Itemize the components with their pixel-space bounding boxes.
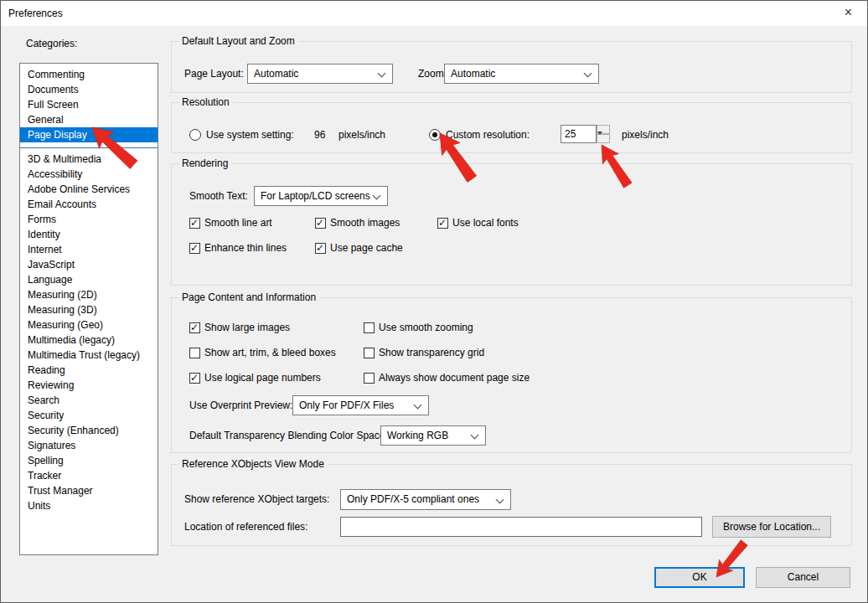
dialog-title: Preferences bbox=[8, 1, 63, 26]
checkbox-smooth-images[interactable]: Smooth images bbox=[315, 217, 437, 229]
use-system-setting-label: Use system setting: bbox=[206, 125, 294, 145]
checkbox-show-transparency-grid[interactable]: Show transparency grid bbox=[364, 347, 530, 358]
category-item-reading[interactable]: Reading bbox=[20, 363, 158, 378]
group-rendering: Rendering Smooth Text: For Laptop/LCD sc… bbox=[171, 163, 852, 286]
category-item-3d-multimedia[interactable]: 3D & Multimedia bbox=[20, 152, 158, 167]
checkbox-label: Use smooth zooming bbox=[379, 322, 473, 333]
category-item-internet[interactable]: Internet bbox=[20, 242, 158, 257]
category-item-full-screen[interactable]: Full Screen bbox=[20, 97, 158, 112]
location-input[interactable] bbox=[340, 517, 702, 537]
category-item-spelling[interactable]: Spelling bbox=[20, 453, 158, 468]
chevron-down-icon bbox=[496, 496, 504, 504]
checkbox-enhance-thin-lines[interactable]: Enhance thin lines bbox=[189, 242, 315, 254]
overprint-preview-value: Only For PDF/X Files bbox=[299, 396, 394, 415]
category-item-measuring-geo[interactable]: Measuring (Geo) bbox=[20, 317, 158, 332]
checkbox-use-page-cache[interactable]: Use page cache bbox=[315, 242, 437, 254]
category-item-reviewing[interactable]: Reviewing bbox=[20, 378, 158, 393]
category-item-measuring-3d[interactable]: Measuring (3D) bbox=[20, 302, 158, 317]
category-item-security-enhanced[interactable]: Security (Enhanced) bbox=[20, 423, 158, 438]
checkbox-show-art-trim-bleed-boxes[interactable]: Show art, trim, & bleed boxes bbox=[189, 347, 364, 358]
list-separator bbox=[20, 147, 158, 148]
checkbox-label: Smooth line art bbox=[204, 217, 272, 229]
category-item-identity[interactable]: Identity bbox=[20, 227, 158, 242]
category-item-security[interactable]: Security bbox=[20, 408, 158, 423]
category-item-search[interactable]: Search bbox=[20, 393, 158, 408]
checkbox-box bbox=[315, 243, 326, 254]
category-item-trust-manager[interactable]: Trust Manager bbox=[20, 483, 158, 498]
system-resolution-value: 96 bbox=[314, 125, 325, 145]
zoom-select[interactable]: Automatic bbox=[444, 64, 599, 84]
chevron-down-icon bbox=[584, 70, 592, 78]
category-item-accessibility[interactable]: Accessibility bbox=[20, 167, 158, 182]
checkbox-label: Smooth images bbox=[330, 217, 400, 229]
category-item-multimedia-trust-legacy[interactable]: Multimedia Trust (legacy) bbox=[20, 348, 158, 363]
group-reference-xobjects: Reference XObjects View Mode Show refere… bbox=[171, 464, 852, 546]
category-item-multimedia-legacy[interactable]: Multimedia (legacy) bbox=[20, 332, 158, 348]
checkbox-always-show-document-page-size[interactable]: Always show document page size bbox=[364, 372, 530, 384]
smooth-text-select[interactable]: For Laptop/LCD screens bbox=[254, 186, 388, 206]
group-resolution: Resolution Use system setting: 96 pixels… bbox=[171, 102, 852, 153]
browse-for-location-button[interactable]: Browse for Location... bbox=[712, 516, 831, 538]
category-item-commenting[interactable]: Commenting bbox=[20, 67, 158, 82]
group-page-content: Page Content and Information Show large … bbox=[171, 297, 852, 453]
zoom-value: Automatic bbox=[451, 64, 495, 83]
checkbox-use-smooth-zooming[interactable]: Use smooth zooming bbox=[364, 322, 530, 333]
checkbox-box bbox=[364, 373, 375, 384]
page-layout-label: Page Layout: bbox=[184, 64, 244, 84]
blend-color-space-select[interactable]: Working RGB bbox=[380, 425, 486, 446]
category-item-adobe-online-services[interactable]: Adobe Online Services bbox=[20, 182, 158, 197]
chevron-down-icon bbox=[373, 192, 381, 200]
category-item-javascript[interactable]: JavaScript bbox=[20, 257, 158, 272]
custom-resolution-radio[interactable] bbox=[429, 129, 441, 141]
checkbox-label: Use page cache bbox=[330, 242, 403, 254]
category-item-tracker[interactable]: Tracker bbox=[20, 468, 158, 483]
category-item-units[interactable]: Units bbox=[20, 498, 158, 513]
category-item-documents[interactable]: Documents bbox=[20, 82, 158, 97]
overprint-preview-select[interactable]: Only For PDF/X Files bbox=[292, 395, 429, 415]
use-system-setting-radio[interactable] bbox=[189, 129, 201, 141]
category-item-email-accounts[interactable]: Email Accounts bbox=[20, 197, 158, 212]
checkbox-label: Use logical page numbers bbox=[204, 372, 321, 384]
category-item-forms[interactable]: Forms bbox=[20, 212, 158, 227]
cancel-button[interactable]: Cancel bbox=[756, 567, 850, 588]
spin-down-icon[interactable] bbox=[597, 134, 610, 143]
checkbox-use-logical-page-numbers[interactable]: Use logical page numbers bbox=[189, 372, 364, 384]
checkbox-box bbox=[315, 218, 326, 229]
rendering-checkboxes: Smooth line artSmooth imagesUse local fo… bbox=[189, 217, 519, 253]
overprint-preview-label: Use Overprint Preview: bbox=[189, 395, 292, 415]
checkbox-box bbox=[364, 348, 375, 358]
checkbox-box bbox=[189, 218, 200, 229]
chevron-down-icon bbox=[378, 70, 386, 78]
custom-resolution-input[interactable]: 25 bbox=[561, 125, 597, 143]
category-item-page-display[interactable]: Page Display bbox=[20, 127, 158, 142]
group-default-layout: Default Layout and Zoom Page Layout: Aut… bbox=[171, 41, 852, 93]
checkbox-show-large-images[interactable]: Show large images bbox=[189, 322, 364, 333]
smooth-text-label: Smooth Text: bbox=[189, 186, 248, 206]
category-item-language[interactable]: Language bbox=[20, 272, 158, 287]
category-item-measuring-2d[interactable]: Measuring (2D) bbox=[20, 287, 158, 302]
group-title: Reference XObjects View Mode bbox=[178, 458, 328, 470]
xobject-targets-label: Show reference XObject targets: bbox=[184, 489, 329, 510]
checkbox-box bbox=[189, 243, 200, 254]
category-item-general[interactable]: General bbox=[20, 112, 158, 127]
zoom-label: Zoom: bbox=[418, 64, 447, 84]
title-bar: Preferences × bbox=[1, 1, 867, 26]
chevron-down-icon bbox=[414, 401, 422, 410]
ok-button[interactable]: OK bbox=[654, 567, 745, 588]
xobject-targets-select[interactable]: Only PDF/X-5 compliant ones bbox=[340, 489, 511, 510]
custom-resolution-label: Custom resolution: bbox=[446, 125, 530, 145]
close-icon[interactable]: × bbox=[829, 1, 867, 25]
checkbox-box bbox=[189, 348, 200, 358]
page-layout-select[interactable]: Automatic bbox=[247, 64, 393, 84]
checkbox-smooth-line-art[interactable]: Smooth line art bbox=[189, 217, 315, 229]
chevron-down-icon bbox=[471, 431, 479, 440]
checkbox-box bbox=[364, 322, 375, 333]
blend-color-space-value: Working RGB bbox=[387, 426, 448, 445]
preferences-dialog: Preferences × Categories: CommentingDocu… bbox=[0, 0, 868, 603]
group-title: Rendering bbox=[178, 157, 231, 169]
checkbox-box bbox=[437, 218, 448, 229]
checkbox-use-local-fonts[interactable]: Use local fonts bbox=[437, 217, 519, 229]
group-title: Resolution bbox=[178, 96, 233, 108]
custom-resolution-unit: pixels/inch bbox=[622, 125, 669, 145]
category-item-signatures[interactable]: Signatures bbox=[20, 438, 158, 453]
